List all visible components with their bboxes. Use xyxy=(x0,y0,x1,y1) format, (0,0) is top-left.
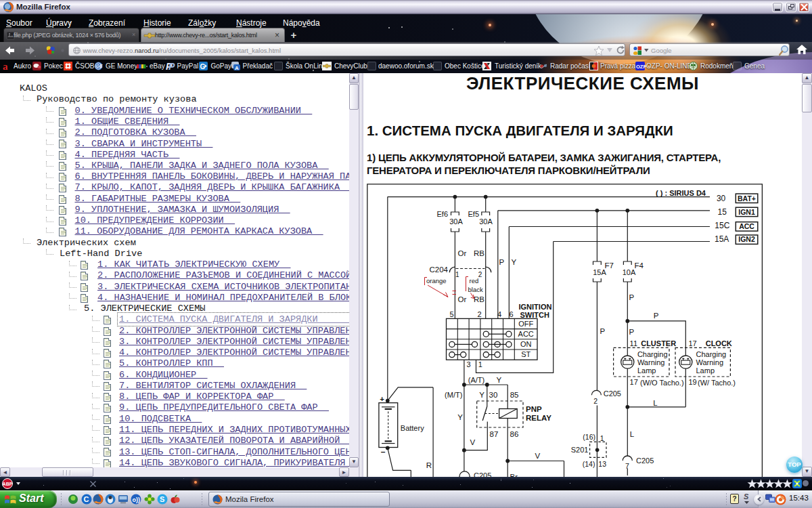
svg-text:red: red xyxy=(470,277,479,284)
svg-text:17: 17 xyxy=(630,378,638,386)
svg-text:30A: 30A xyxy=(479,217,493,226)
svg-text:1: 1 xyxy=(600,434,604,442)
svg-text:L: L xyxy=(630,430,635,438)
svg-text:(A/T): (A/T) xyxy=(468,376,484,384)
svg-text:orange: orange xyxy=(426,277,447,284)
svg-text:(16): (16) xyxy=(583,433,595,441)
svg-text:Warning: Warning xyxy=(637,358,665,366)
svg-text:15A: 15A xyxy=(715,234,729,244)
svg-text:R: R xyxy=(426,461,432,469)
svg-text:2: 2 xyxy=(477,310,481,318)
svg-text:CLOCK: CLOCK xyxy=(706,339,732,347)
svg-text:Lamp: Lamp xyxy=(637,366,656,375)
svg-text:Warning: Warning xyxy=(696,358,724,366)
svg-text:10A: 10A xyxy=(623,268,636,276)
svg-text:Lamp: Lamp xyxy=(696,366,715,375)
svg-text:17: 17 xyxy=(688,339,696,347)
svg-text:a: a xyxy=(3,61,8,72)
svg-text:C205: C205 xyxy=(474,471,491,477)
svg-text:Ef6: Ef6 xyxy=(436,210,448,218)
svg-text:30: 30 xyxy=(489,391,498,399)
svg-text:(M/T): (M/T) xyxy=(445,391,462,399)
svg-text:P: P xyxy=(629,328,635,336)
svg-text:ST: ST xyxy=(521,350,531,358)
svg-text:SWITCH: SWITCH xyxy=(520,311,549,319)
svg-text:RB: RB xyxy=(474,295,484,303)
svg-text:2: 2 xyxy=(478,271,482,278)
svg-text:GE: GE xyxy=(96,64,103,68)
svg-text:30: 30 xyxy=(717,194,726,203)
svg-text:P: P xyxy=(168,61,175,72)
svg-text:Or: Or xyxy=(458,295,467,303)
svg-text:13: 13 xyxy=(598,460,606,468)
svg-text:OFF: OFF xyxy=(518,320,533,328)
svg-text:15: 15 xyxy=(718,207,727,217)
svg-text:F4: F4 xyxy=(634,261,644,270)
svg-text:6: 6 xyxy=(509,310,513,318)
svg-text:ACC: ACC xyxy=(739,222,754,230)
svg-text:( ) : SIRIUS D4: ( ) : SIRIUS D4 xyxy=(656,189,706,197)
svg-text:86: 86 xyxy=(510,430,519,438)
svg-text:P: P xyxy=(654,312,659,320)
svg-text:C: C xyxy=(84,495,89,503)
svg-text:S201: S201 xyxy=(571,446,589,454)
svg-text:Battery: Battery xyxy=(401,424,424,432)
svg-text:PNP: PNP xyxy=(526,405,542,413)
svg-text:black: black xyxy=(468,286,483,293)
svg-text:P: P xyxy=(499,258,505,266)
svg-text:P: P xyxy=(600,327,605,335)
svg-text:OZP: OZP xyxy=(636,63,646,69)
svg-text:Charging: Charging xyxy=(696,350,727,358)
svg-text:Y: Y xyxy=(457,413,463,421)
svg-text:V: V xyxy=(535,452,541,460)
svg-text:A: A xyxy=(235,65,239,71)
svg-text:19: 19 xyxy=(688,378,696,386)
svg-text:IGN1: IGN1 xyxy=(738,208,755,216)
svg-text:1: 1 xyxy=(455,271,459,278)
svg-text:Or: Or xyxy=(458,249,467,257)
svg-text:Y: Y xyxy=(496,376,501,384)
svg-text:5: 5 xyxy=(449,310,453,318)
svg-text:C205: C205 xyxy=(604,389,621,398)
svg-text:L: L xyxy=(653,399,658,407)
svg-text:30A: 30A xyxy=(449,217,463,226)
svg-text:BAT+: BAT+ xyxy=(738,194,756,203)
svg-text:–: – xyxy=(381,447,386,457)
svg-text:(W/O Tacho.): (W/O Tacho.) xyxy=(640,379,684,387)
svg-text:RELAY: RELAY xyxy=(526,414,551,422)
svg-text:C204: C204 xyxy=(430,266,449,274)
svg-text:3: 3 xyxy=(467,360,471,368)
svg-text:S: S xyxy=(160,495,164,503)
svg-text:RB: RB xyxy=(474,249,484,257)
svg-text:V: V xyxy=(470,438,476,446)
svg-text:15C: 15C xyxy=(715,221,729,230)
svg-text:Y: Y xyxy=(479,391,484,399)
svg-text:Ef5: Ef5 xyxy=(468,210,479,218)
svg-text:15A: 15A xyxy=(593,268,606,276)
svg-text:85: 85 xyxy=(510,391,519,399)
svg-text:Y: Y xyxy=(512,258,517,266)
svg-text:87: 87 xyxy=(490,430,499,438)
svg-text:ABP: ABP xyxy=(3,482,13,486)
svg-text:P: P xyxy=(629,293,635,301)
svg-text:(W/ Tacho.): (W/ Tacho.) xyxy=(698,379,736,387)
svg-text:G: G xyxy=(200,62,205,70)
svg-text:+: + xyxy=(380,395,384,403)
svg-text:(14): (14) xyxy=(583,460,595,468)
svg-text:IGNITION: IGNITION xyxy=(519,303,552,311)
svg-text:o)): o)) xyxy=(133,496,141,503)
svg-text:IGN2: IGN2 xyxy=(738,235,755,243)
svg-text:1: 1 xyxy=(478,360,482,368)
svg-text:C205: C205 xyxy=(636,457,654,465)
svg-text:ON: ON xyxy=(520,340,532,348)
svg-text:11: 11 xyxy=(630,339,637,347)
svg-text:CLUSTER: CLUSTER xyxy=(641,339,676,347)
svg-text:Charging: Charging xyxy=(637,350,668,358)
svg-text:2: 2 xyxy=(593,397,597,405)
svg-text:ACC: ACC xyxy=(518,330,534,338)
